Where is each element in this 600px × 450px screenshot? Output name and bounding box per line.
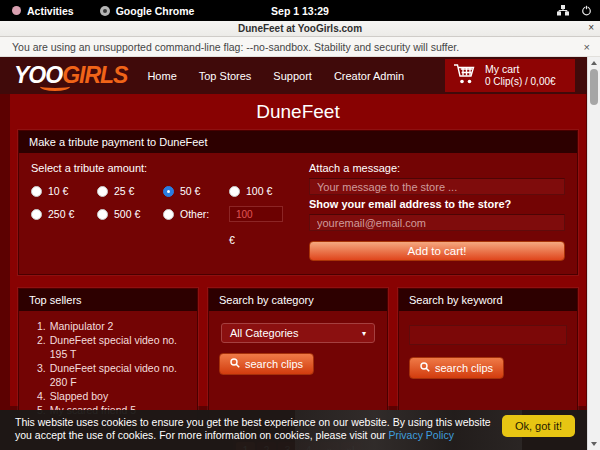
cart-summary: 0 Clip(s) / 0,00€ (485, 76, 556, 89)
item-number: 3. (37, 361, 46, 389)
radio-label: 10 € (48, 185, 68, 197)
search-category-panel: Search by category All Categories ▾ sear… (208, 288, 388, 428)
window-close-button[interactable]: × (588, 22, 594, 33)
item-title: DuneFeet special video no. 195 T (50, 333, 187, 361)
nav-item-support[interactable]: Support (273, 70, 312, 82)
item-number: 1. (37, 319, 46, 333)
search-keyword-panel: Search by keyword search clips (398, 288, 578, 428)
search-keyword-header: Search by keyword (399, 289, 577, 311)
message-input[interactable] (309, 178, 565, 195)
search-icon (420, 362, 430, 374)
message-label: Attach a message: (309, 162, 565, 174)
tribute-amount-section: Select a tribute amount: 10 € 25 € (31, 162, 293, 261)
cookie-consent-bar: This website uses cookies to ensure you … (0, 410, 587, 450)
radio-icon-selected (163, 186, 174, 197)
nav-item-home[interactable]: Home (147, 70, 176, 82)
privacy-policy-link[interactable]: Privacy Policy (389, 429, 454, 441)
logo-text-girls: GIRLS (62, 62, 127, 88)
site-header: YOOGIRLS Home Top Stores Support Creator… (0, 57, 587, 94)
category-select[interactable]: All Categories ▾ (221, 323, 375, 343)
amount-label: Select a tribute amount: (31, 162, 293, 174)
radio-label: 500 € (114, 208, 140, 220)
amount-option-25[interactable]: 25 € (97, 183, 163, 199)
search-clips-label: search clips (245, 358, 303, 370)
activities-icon (12, 6, 21, 15)
cart-icon (453, 63, 477, 89)
window-title: DuneFeet at YooGirls.com (238, 23, 362, 34)
top-sellers-header: Top sellers (19, 289, 197, 311)
web-page: YOOGIRLS Home Top Stores Support Creator… (0, 57, 587, 450)
radio-icon (97, 209, 108, 220)
list-item[interactable]: 4. Slapped boy (37, 389, 187, 403)
app-menu-button[interactable]: Google Chrome (100, 5, 195, 17)
logo-smile-shape (40, 82, 70, 91)
chrome-icon (100, 6, 110, 16)
radio-label: 50 € (180, 185, 200, 197)
list-item[interactable]: 2. DuneFeet special video no. 195 T (37, 333, 187, 361)
category-selected-value: All Categories (230, 327, 298, 339)
power-icon[interactable] (581, 5, 592, 16)
scroll-up-arrow[interactable] (588, 57, 600, 69)
email-input[interactable] (309, 214, 565, 231)
radio-label: 25 € (114, 185, 134, 197)
amount-radio-group: 10 € 25 € 50 € (31, 183, 293, 246)
amount-option-50[interactable]: 50 € (163, 183, 229, 199)
nav-item-creator-admin[interactable]: Creator Admin (334, 70, 404, 82)
tribute-panel: Make a tribute payment to DuneFeet Selec… (18, 130, 578, 275)
activities-label: Activities (27, 5, 74, 17)
list-item[interactable]: 1. Manipulator 2 (37, 319, 187, 333)
cookie-accept-button[interactable]: Ok, got it! (502, 415, 575, 437)
list-item[interactable]: 3. DuneFeet special video no. 280 F (37, 361, 187, 389)
radio-label: Other: (180, 208, 209, 220)
chevron-down-icon: ▾ (362, 329, 366, 338)
top-sellers-panel: Top sellers 1. Manipulator 2 2. DuneFeet… (18, 288, 198, 428)
tribute-panel-header: Make a tribute payment to DuneFeet (19, 131, 577, 153)
nav-item-top-stores[interactable]: Top Stores (199, 70, 252, 82)
radio-icon (97, 186, 108, 197)
amount-option-500[interactable]: 500 € (97, 206, 163, 222)
top-sellers-list: 1. Manipulator 2 2. DuneFeet special vid… (29, 319, 187, 417)
amount-option-100[interactable]: 100 € (229, 183, 293, 199)
warning-text: You are using an unsupported command-lin… (12, 41, 459, 53)
app-menu-label: Google Chrome (116, 5, 195, 17)
radio-label: 100 € (246, 185, 272, 197)
search-clips-keyword-button[interactable]: search clips (409, 357, 504, 379)
cookie-text: This website uses cookies to ensure you … (15, 416, 493, 442)
window-title-bar[interactable]: DuneFeet at YooGirls.com × (0, 21, 600, 37)
warning-close-icon[interactable]: × (584, 41, 590, 53)
radio-icon (229, 186, 240, 197)
chrome-warning-bar: You are using an unsupported command-lin… (0, 37, 600, 57)
content-container: DuneFeet Make a tribute payment to DuneF… (10, 94, 586, 406)
other-amount-input[interactable] (229, 206, 283, 222)
item-number: 4. (37, 389, 46, 403)
desktop-top-bar: Activities Google Chrome Sep 1 13:29 (0, 0, 600, 21)
amount-option-other[interactable]: Other: (163, 206, 229, 222)
radio-icon (31, 209, 42, 220)
cart-title: My cart (485, 63, 556, 76)
radio-icon (163, 209, 174, 220)
keyword-input[interactable] (409, 325, 567, 345)
search-clips-category-button[interactable]: search clips (219, 353, 314, 375)
radio-icon (31, 186, 42, 197)
radio-label: 250 € (48, 208, 74, 220)
my-cart-button[interactable]: My cart 0 Clip(s) / 0,00€ (445, 59, 575, 92)
bottom-panels: Top sellers 1. Manipulator 2 2. DuneFeet… (18, 288, 578, 428)
page-scrollbar[interactable] (587, 57, 600, 450)
screen: Activities Google Chrome Sep 1 13:29 Dun… (0, 0, 600, 450)
network-icon[interactable] (557, 5, 569, 16)
currency-symbol: € (229, 234, 293, 246)
add-to-cart-button[interactable]: Add to cart! (309, 241, 565, 261)
browser-viewport: YOOGIRLS Home Top Stores Support Creator… (0, 57, 600, 450)
email-label: Show your email address to the store? (309, 198, 565, 210)
item-number: 2. (37, 333, 46, 361)
tribute-panel-body: Select a tribute amount: 10 € 25 € (19, 153, 577, 274)
site-logo[interactable]: YOOGIRLS (14, 64, 127, 87)
scrollbar-thumb[interactable] (590, 69, 598, 105)
search-clips-label: search clips (435, 362, 493, 374)
main-nav: Home Top Stores Support Creator Admin (147, 70, 404, 82)
scroll-down-arrow[interactable] (588, 438, 600, 450)
amount-option-250[interactable]: 250 € (31, 206, 97, 222)
item-title: DuneFeet special video no. 280 F (50, 361, 187, 389)
amount-option-10[interactable]: 10 € (31, 183, 97, 199)
activities-button[interactable]: Activities (12, 5, 74, 17)
